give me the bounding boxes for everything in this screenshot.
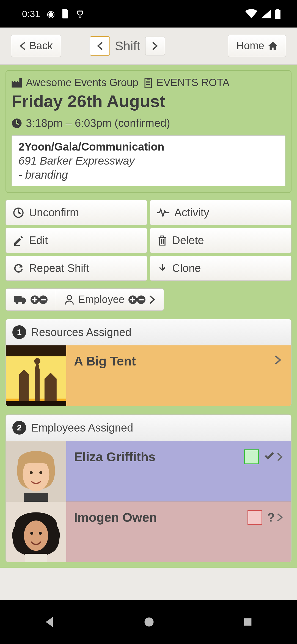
- svg-point-15: [67, 295, 72, 300]
- employee-row[interactable]: Eliza Griffiths: [6, 441, 291, 501]
- back-button[interactable]: Back: [11, 35, 61, 57]
- question-icon: ?: [267, 511, 275, 524]
- svg-point-20: [34, 358, 40, 364]
- resource-name: A Big Tent: [66, 345, 265, 369]
- edit-button[interactable]: Edit: [6, 228, 147, 253]
- nav-back-button[interactable]: [44, 616, 56, 628]
- resources-count-badge: 1: [12, 325, 26, 339]
- home-label: Home: [237, 40, 264, 52]
- nav-recents-button[interactable]: [242, 616, 253, 627]
- resource-row[interactable]: A Big Tent: [6, 345, 291, 406]
- chevron-right-icon: [277, 453, 283, 461]
- employee-label: Employee: [78, 294, 125, 305]
- page-title: Shift: [115, 39, 140, 53]
- employee-name: Imogen Owen: [66, 502, 248, 525]
- svg-point-28: [24, 520, 48, 551]
- chevron-right-icon: [265, 345, 291, 365]
- employees-header: 2 Employees Assigned: [6, 415, 291, 441]
- add-resource-button[interactable]: [6, 288, 56, 311]
- employees-section: 2 Employees Assigned Eliza Griffiths: [6, 414, 292, 562]
- clock-text: 0:31: [22, 9, 40, 19]
- svg-point-24: [30, 471, 33, 474]
- shift-detail-box: 2Yoon/Gala/Communication 691 Barker Expr…: [12, 135, 285, 186]
- resource-thumbnail: [6, 345, 66, 406]
- svg-rect-31: [25, 554, 47, 562]
- repeat-button[interactable]: Repeat Shift: [6, 256, 147, 281]
- add-employee-button[interactable]: Employee: [56, 288, 164, 311]
- employee-row[interactable]: Imogen Owen ?: [6, 501, 291, 562]
- repeat-label: Repeat Shift: [29, 262, 89, 274]
- plus-minus-icon: [128, 295, 145, 304]
- resources-section: 1 Resources Assigned A Big Tent: [6, 319, 292, 406]
- plus-minus-icon: [31, 295, 48, 304]
- svg-point-11: [15, 301, 18, 304]
- svg-rect-0: [276, 9, 279, 10]
- svg-rect-1: [275, 10, 280, 19]
- check-icon: [264, 452, 275, 462]
- wifi-icon: [245, 9, 257, 18]
- employees-header-label: Employees Assigned: [31, 422, 133, 434]
- unconfirm-label: Unconfirm: [29, 206, 79, 219]
- rota-name: EVENTS ROTA: [156, 77, 229, 89]
- shift-date: Friday 26th August: [12, 91, 285, 111]
- employee-name: Eliza Griffiths: [66, 441, 244, 464]
- svg-point-29: [30, 531, 33, 534]
- top-nav: Back Shift Home: [0, 28, 297, 65]
- delete-button[interactable]: Delete: [150, 228, 292, 253]
- cell-signal-icon: [261, 9, 271, 18]
- employee-avatar: [6, 502, 66, 562]
- disc-icon: ◉: [47, 8, 55, 19]
- delete-label: Delete: [172, 234, 204, 247]
- activity-label: Activity: [174, 206, 209, 219]
- resources-header-label: Resources Assigned: [31, 326, 131, 339]
- android-nav-bar: [0, 600, 297, 644]
- sd-card-icon: [62, 9, 69, 18]
- prev-shift-button[interactable]: [90, 36, 110, 56]
- shift-detail-tag: - branding: [18, 169, 279, 181]
- svg-rect-19: [6, 345, 66, 356]
- action-grid: Unconfirm Activity Edit Delete Repeat Sh…: [6, 200, 292, 281]
- clock-icon: [12, 118, 22, 129]
- svg-rect-3: [147, 78, 150, 80]
- chevron-right-icon: [277, 513, 283, 522]
- svg-rect-33: [244, 618, 252, 626]
- chevron-right-icon: [149, 296, 155, 304]
- shift-panel: Awesome Events Group EVENTS ROTA Friday …: [6, 70, 292, 193]
- status-box-confirmed: [244, 449, 259, 464]
- svg-rect-26: [24, 493, 48, 502]
- clipboard-icon: [144, 78, 153, 88]
- edit-label: Edit: [29, 234, 48, 247]
- home-button[interactable]: Home: [228, 35, 286, 57]
- person-icon: [64, 294, 74, 305]
- activity-button[interactable]: Activity: [150, 200, 292, 225]
- employees-count-badge: 2: [12, 421, 26, 435]
- android-status-bar: 0:31 ◉: [0, 0, 297, 28]
- back-label: Back: [29, 40, 53, 52]
- shift-detail-title: 2Yoon/Gala/Communication: [18, 141, 279, 153]
- svg-point-30: [39, 531, 42, 534]
- factory-icon: [12, 78, 22, 88]
- org-name: Awesome Events Group: [26, 77, 138, 89]
- svg-point-25: [39, 471, 42, 474]
- svg-point-32: [144, 618, 153, 627]
- unconfirm-button[interactable]: Unconfirm: [6, 200, 147, 225]
- app-icon: [76, 9, 84, 18]
- shift-time: 3:18pm – 6:03pm (confirmed): [26, 117, 170, 129]
- truck-icon: [14, 295, 27, 304]
- svg-rect-21: [6, 401, 66, 406]
- resources-header: 1 Resources Assigned: [6, 319, 291, 345]
- nav-home-button[interactable]: [143, 616, 155, 628]
- status-box-unknown: [248, 510, 262, 525]
- battery-icon: [275, 9, 280, 19]
- svg-point-12: [22, 301, 25, 304]
- employee-avatar: [6, 441, 66, 502]
- clone-label: Clone: [172, 262, 201, 274]
- next-shift-button[interactable]: [145, 37, 165, 55]
- shift-detail-address: 691 Barker Expressway: [18, 155, 279, 167]
- clone-button[interactable]: Clone: [150, 256, 292, 281]
